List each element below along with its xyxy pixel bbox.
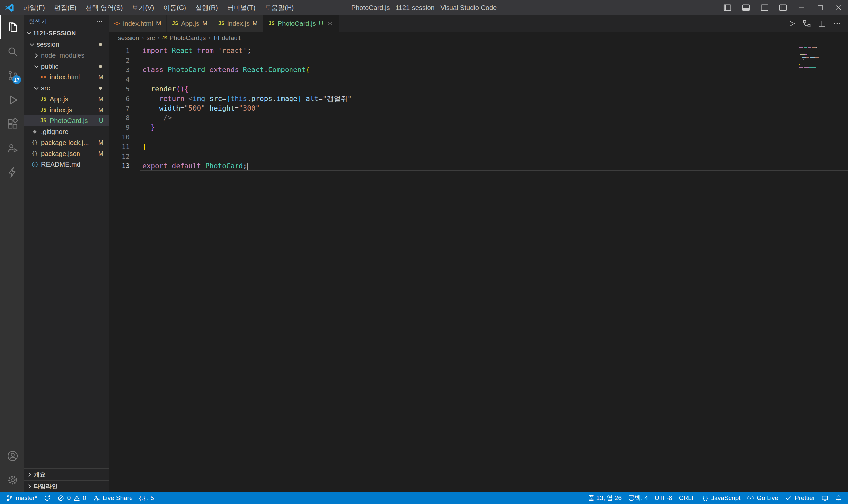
tree-item-node_modules[interactable]: node_modules — [24, 50, 109, 61]
code-line-9[interactable]: 9 } — [109, 123, 848, 132]
editor-action-run[interactable] — [784, 17, 798, 31]
code-line-5[interactable]: 5 render(){ — [109, 84, 848, 94]
activity-item-source-control[interactable]: 17 — [0, 64, 24, 88]
tab-index.html[interactable]: <>index.htmlM — [109, 15, 167, 32]
titlebar-toggle-secondary-sidebar-button[interactable] — [755, 0, 774, 15]
text-cursor — [247, 163, 248, 170]
tree-item-package.json[interactable]: {}package.jsonM — [24, 148, 109, 159]
status-label: UTF-8 — [655, 494, 672, 502]
code-line-4[interactable]: 4 — [109, 75, 848, 84]
tree-item-README.md[interactable]: README.md — [24, 159, 109, 170]
code-line-13[interactable]: 13export default PhotoCard; — [109, 161, 848, 171]
editor-group: <>index.htmlMJSApp.jsMJSindex.jsMJSPhoto… — [109, 15, 848, 492]
editor-action-split-editor[interactable] — [815, 17, 829, 31]
breadcrumb-item-session[interactable]: session — [117, 34, 140, 42]
line-number: 10 — [109, 132, 140, 142]
code-editor[interactable]: 1import React from 'react';23class Photo… — [109, 44, 848, 492]
menu-item-1[interactable]: 편집(E) — [50, 0, 81, 15]
titlebar-toggle-sidebar-button[interactable] — [718, 0, 737, 15]
activity-item-live-share[interactable] — [0, 136, 24, 160]
activity-badge: 17 — [12, 75, 21, 84]
menu-item-4[interactable]: 이동(G) — [159, 0, 191, 15]
tab-App.js[interactable]: JSApp.jsM — [167, 15, 213, 32]
tree-item-session[interactable]: session — [24, 39, 109, 50]
breadcrumb-item-src[interactable]: src — [146, 34, 155, 42]
maximize-icon — [816, 3, 825, 12]
line-number: 1 — [109, 46, 140, 56]
status-eol[interactable]: CRLF — [676, 492, 699, 504]
line-number: 6 — [109, 94, 140, 104]
tree-item-.gitignore[interactable]: .gitignore — [24, 126, 109, 137]
line-content: } — [140, 142, 848, 151]
breadcrumb: session›src›JSPhotoCard.js›default — [109, 32, 848, 44]
branch-icon — [6, 495, 13, 502]
tree-item-index.js[interactable]: JSindex.jsM — [24, 105, 109, 115]
status-left: master*00Live Share{.} : 5 — [3, 492, 157, 504]
code-line-8[interactable]: 8 /> — [109, 113, 848, 123]
person-icon — [93, 495, 100, 502]
status-sync[interactable] — [40, 492, 54, 504]
activity-item-explorer[interactable] — [0, 15, 24, 39]
workbench: 17 탐색기 1121-SESSION sessionnode_modulesp… — [0, 15, 848, 492]
menu-item-2[interactable]: 선택 영역(S) — [81, 0, 127, 15]
titlebar-maximize-button[interactable] — [811, 0, 829, 15]
code-line-7[interactable]: 7 width="500" height="300" — [109, 104, 848, 113]
line-content — [140, 56, 848, 65]
tree-item-App.js[interactable]: JSApp.jsM — [24, 94, 109, 105]
tab-PhotoCard.js[interactable]: JSPhotoCard.jsU — [263, 15, 339, 32]
tree-root-folder[interactable]: 1121-SESSION — [24, 28, 109, 39]
activity-item-accounts[interactable] — [0, 444, 24, 468]
menu-item-0[interactable]: 파일(F) — [19, 0, 50, 15]
code-line-11[interactable]: 11} — [109, 142, 848, 151]
tree-item-index.html[interactable]: <>index.htmlM — [24, 72, 109, 83]
code-line-3[interactable]: 3class PhotoCard extends React.Component… — [109, 65, 848, 75]
code-line-6[interactable]: 6 return <img src={this.props.image} alt… — [109, 94, 848, 104]
breadcrumb-item-PhotoCard.js[interactable]: JSPhotoCard.js — [162, 34, 207, 42]
code-line-10[interactable]: 10 — [109, 132, 848, 142]
tree-item-src[interactable]: src — [24, 83, 109, 94]
activity-item-extensions[interactable] — [0, 112, 24, 136]
activity-item-search[interactable] — [0, 39, 24, 64]
tab-close-icon[interactable] — [327, 20, 333, 27]
tree-item-public[interactable]: public — [24, 61, 109, 72]
code-line-12[interactable]: 12 — [109, 151, 848, 161]
code-line-2[interactable]: 2 — [109, 56, 848, 65]
status-notifications[interactable] — [832, 492, 845, 504]
editor-action-run-and-debug[interactable] — [800, 17, 814, 31]
code-line-1[interactable]: 1import React from 'react'; — [109, 46, 848, 56]
editor-action-more-actions[interactable] — [830, 17, 844, 31]
tree-item-PhotoCard.js[interactable]: JSPhotoCard.jsU — [24, 115, 109, 126]
titlebar-minimize-button[interactable] — [792, 0, 811, 15]
status-go-live[interactable]: Go Live — [744, 492, 781, 504]
tree-item-label: PhotoCard.js — [50, 117, 88, 125]
minimap[interactable] — [799, 47, 842, 69]
sidebar-section-0[interactable]: 개요 — [24, 468, 109, 480]
tab-index.js[interactable]: JSindex.jsM — [213, 15, 263, 32]
sidebar-section-1[interactable]: 타임라인 — [24, 480, 109, 492]
status-live-share[interactable]: Live Share — [90, 492, 136, 504]
menu-item-6[interactable]: 터미널(T) — [223, 0, 260, 15]
status-git-branch[interactable]: master* — [3, 492, 40, 504]
screen-icon — [821, 495, 828, 502]
status-encoding[interactable]: UTF-8 — [651, 492, 676, 504]
breadcrumb-item-default[interactable]: default — [212, 34, 241, 42]
activity-item-settings[interactable] — [0, 468, 24, 492]
menu-item-3[interactable]: 보기(V) — [127, 0, 159, 15]
status-language-mode[interactable]: {}JavaScript — [698, 492, 744, 504]
activity-item-thunder-client[interactable] — [0, 160, 24, 184]
activity-item-run-and-debug[interactable] — [0, 88, 24, 112]
titlebar-customize-layout-button[interactable] — [774, 0, 792, 15]
menu-item-5[interactable]: 실행(R) — [191, 0, 223, 15]
status-indentation[interactable]: 공백: 4 — [625, 492, 651, 504]
live-share-icon — [6, 142, 19, 155]
status-prettier[interactable]: Prettier — [782, 492, 818, 504]
titlebar-close-button[interactable] — [829, 0, 848, 15]
titlebar-toggle-panel-button[interactable] — [737, 0, 755, 15]
status-cursor-position[interactable]: 줄 13, 열 26 — [585, 492, 625, 504]
status-problems[interactable]: 00 — [54, 492, 89, 504]
status-screencast[interactable] — [818, 492, 832, 504]
menu-item-7[interactable]: 도움말(H) — [260, 0, 298, 15]
explorer-more-icon[interactable] — [96, 18, 103, 25]
tree-item-package-lock.j...[interactable]: {}package-lock.j...M — [24, 137, 109, 148]
status-snippet-indicator[interactable]: {.} : 5 — [136, 492, 157, 504]
